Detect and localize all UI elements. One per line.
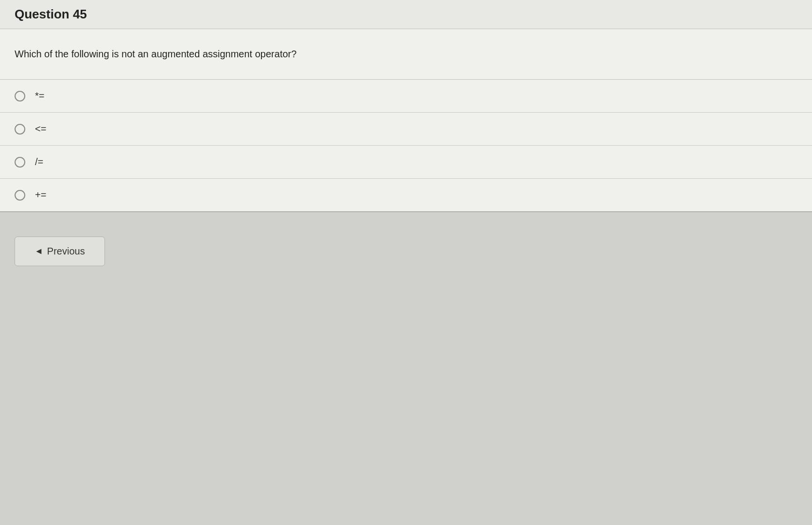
radio-option-4[interactable] xyxy=(15,190,25,201)
question-title: Question 45 xyxy=(15,7,87,21)
radio-option-2[interactable] xyxy=(15,124,25,135)
option-label-4: += xyxy=(35,189,46,201)
option-row-4[interactable]: += xyxy=(0,179,812,211)
option-row-1[interactable]: *= xyxy=(0,80,812,113)
options-container: *= <= /= += xyxy=(0,80,812,212)
previous-button[interactable]: ◄ Previous xyxy=(15,237,105,266)
radio-option-3[interactable] xyxy=(15,157,25,168)
radio-option-1[interactable] xyxy=(15,91,25,102)
option-row-2[interactable]: <= xyxy=(0,113,812,146)
navigation-area: ◄ Previous xyxy=(0,212,812,290)
question-header: Question 45 xyxy=(0,0,812,29)
option-label-1: *= xyxy=(35,90,44,102)
question-text: Which of the following is not an augment… xyxy=(15,49,797,60)
previous-arrow-icon: ◄ xyxy=(35,246,43,256)
previous-label: Previous xyxy=(47,246,85,257)
question-body: Which of the following is not an augment… xyxy=(0,29,812,80)
option-label-2: <= xyxy=(35,123,46,135)
page-container: Question 45 Which of the following is no… xyxy=(0,0,812,525)
option-row-3[interactable]: /= xyxy=(0,146,812,179)
option-label-3: /= xyxy=(35,156,43,168)
